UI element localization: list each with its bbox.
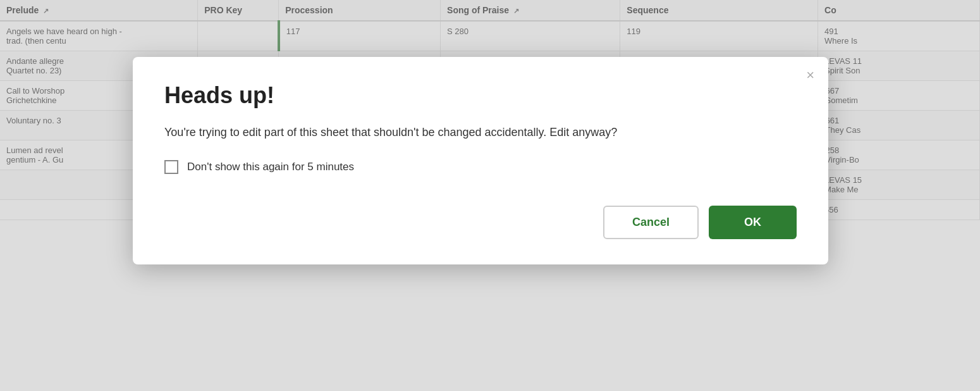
dialog: × Heads up! You're trying to edit part o… (133, 57, 828, 264)
dialog-close-button[interactable]: × (806, 68, 814, 82)
dont-show-checkbox[interactable] (164, 160, 178, 174)
cancel-button[interactable]: Cancel (603, 206, 699, 239)
dialog-body: You're trying to edit part of this sheet… (164, 124, 797, 141)
dialog-checkbox-row: Don't show this again for 5 minutes (164, 160, 797, 174)
dialog-buttons: Cancel OK (164, 206, 797, 239)
ok-button[interactable]: OK (709, 206, 797, 239)
dialog-title: Heads up! (164, 82, 797, 109)
dont-show-label: Don't show this again for 5 minutes (187, 161, 354, 173)
